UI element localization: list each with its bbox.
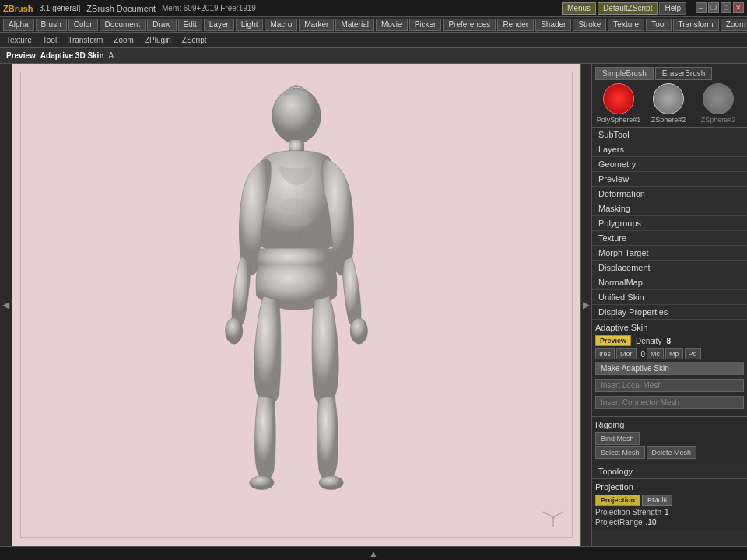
menu-tool[interactable]: Tool <box>646 19 671 31</box>
default-zscript-btn[interactable]: DefaultZScript <box>598 2 658 15</box>
unified-skin-section[interactable]: Unified Skin <box>592 290 747 305</box>
zsphere2-brush[interactable]: ZSphere#2 <box>645 83 692 124</box>
topology-section[interactable]: Topology <box>592 464 747 479</box>
sub-adaptive-skin[interactable]: Adaptive 3D Skin <box>40 51 104 60</box>
brush-panel: SimpleBrush EraserBrush PolySphere#1 ZSp… <box>592 64 747 128</box>
menu-zoom[interactable]: Zoom <box>721 19 747 31</box>
projection-panel: Projection Projection PMulti Projection … <box>592 479 747 530</box>
window-controls: Menus DefaultZScript Help ─ ❐ □ ✕ <box>562 2 744 15</box>
as-insert-connector-btn[interactable]: Insert Connector Mesh <box>595 396 744 409</box>
bottom-arrow-up[interactable]: ▲ <box>369 548 378 559</box>
as-make-btn[interactable]: Make Adaptive Skin <box>595 362 744 375</box>
menu-texture[interactable]: Texture <box>608 19 644 31</box>
menu-layer[interactable]: Layer <box>204 19 234 31</box>
minimize-btn[interactable]: ─ <box>696 2 707 13</box>
toolbar-texture[interactable]: Texture <box>3 36 35 44</box>
toolbar-zscript[interactable]: ZScript <box>179 36 210 44</box>
help-btn[interactable]: Help <box>659 2 686 15</box>
bind-mesh-btn[interactable]: Bind Mesh <box>595 432 640 445</box>
menu-draw[interactable]: Draw <box>147 19 176 31</box>
menu-document[interactable]: Document <box>100 19 146 31</box>
toolbar-zoom[interactable]: Zoom <box>110 36 137 44</box>
toolbar-zplugin[interactable]: ZPlugin <box>142 36 174 44</box>
right-panel-toggle[interactable]: ▶ <box>580 64 591 546</box>
as-preview-btn[interactable]: Preview <box>595 335 631 346</box>
preview-section[interactable]: Preview <box>592 172 747 187</box>
as-ires-btn[interactable]: Ires <box>595 348 615 359</box>
subtool-section[interactable]: SubTool <box>592 128 747 142</box>
svg-line-9 <box>543 512 553 517</box>
projection-btn[interactable]: Projection <box>595 495 640 506</box>
as-insert-local-btn[interactable]: Insert Local Mesh <box>595 379 744 392</box>
adaptive-skin-panel: Adaptive Skin Preview Density 8 Ires Mor… <box>592 320 747 417</box>
rig-bind-row: Bind Mesh <box>595 432 744 445</box>
menu-edit[interactable]: Edit <box>178 19 202 31</box>
as-density-label: Density <box>636 337 661 345</box>
menu-color[interactable]: Color <box>68 19 98 31</box>
zsphere2b-brush[interactable]: ZSphere#2 <box>695 83 742 124</box>
geometry-section[interactable]: Geometry <box>592 157 747 172</box>
masking-section[interactable]: Masking <box>592 201 747 216</box>
menu-material[interactable]: Material <box>335 19 374 31</box>
svg-point-4 <box>226 318 243 344</box>
rig-select-delete-row: Select Mesh Delete Mesh <box>595 446 744 459</box>
close-btn[interactable]: ✕ <box>733 2 744 13</box>
as-insert-local-row: Insert Local Mesh <box>595 379 744 394</box>
polygroups-section[interactable]: Polygroups <box>592 216 747 231</box>
rigging-label: Rigging <box>595 420 744 429</box>
main-layout: ◀ <box>0 64 747 546</box>
sub-a[interactable]: A <box>109 51 114 60</box>
menu-brush[interactable]: Brush <box>36 19 67 31</box>
maximize-btn[interactable]: □ <box>721 2 731 13</box>
polysphere-label: PolySphere#1 <box>595 116 642 124</box>
menu-shader[interactable]: Shader <box>535 19 571 31</box>
as-mor-btn[interactable]: Mor <box>616 348 637 359</box>
menu-stroke[interactable]: Stroke <box>573 19 606 31</box>
left-panel-toggle[interactable]: ◀ <box>0 64 12 546</box>
menu-marker[interactable]: Marker <box>299 19 334 31</box>
toolbar-tool[interactable]: Tool <box>40 36 60 44</box>
svg-point-11 <box>552 516 555 519</box>
projection-strength-row: Projection Strength 1 <box>595 508 744 516</box>
toolbar-transform[interactable]: Transform <box>65 36 106 44</box>
morph-target-section[interactable]: Morph Target <box>592 246 747 261</box>
as-mc-btn[interactable]: Mc <box>647 348 664 359</box>
simple-brush-tab[interactable]: SimpleBrush <box>595 67 654 80</box>
as-make-row: Make Adaptive Skin <box>595 362 744 376</box>
menu-light[interactable]: Light <box>236 19 264 31</box>
menu-macro[interactable]: Macro <box>265 19 297 31</box>
restore-btn[interactable]: ❐ <box>708 2 719 13</box>
menu-alpha[interactable]: Alpha <box>3 19 34 31</box>
projection-label: Projection <box>595 482 744 492</box>
coord-indicator <box>542 506 565 530</box>
menu-bar: Alpha Brush Color Document Draw Edit Lay… <box>0 17 747 33</box>
menus-btn[interactable]: Menus <box>562 2 596 15</box>
displacement-section[interactable]: Displacement <box>592 261 747 275</box>
polysphere-brush[interactable]: PolySphere#1 <box>595 83 642 124</box>
canvas-area[interactable] <box>12 64 580 546</box>
layers-section[interactable]: Layers <box>592 142 747 157</box>
delete-mesh-btn[interactable]: Delete Mesh <box>647 446 697 459</box>
pmulti-btn[interactable]: PMulti <box>642 495 672 506</box>
sub-preview[interactable]: Preview <box>6 51 36 60</box>
toolbar: Texture Tool Transform Zoom ZPlugin ZScr… <box>0 33 747 48</box>
zsphere2b-label: ZSphere#2 <box>695 116 742 124</box>
zsphere2b-icon <box>703 83 734 114</box>
display-properties-section[interactable]: Display Properties <box>592 305 747 320</box>
projection-btn-row: Projection PMulti <box>595 495 744 506</box>
eraser-brush-tab[interactable]: EraserBrush <box>655 67 713 80</box>
proj-strength-val: 1 <box>665 508 669 516</box>
normalmap-section[interactable]: NormalMap <box>592 275 747 290</box>
zsphere2-label: ZSphere#2 <box>645 116 692 124</box>
as-pd-btn[interactable]: Pd <box>685 348 701 359</box>
texture-section[interactable]: Texture <box>592 231 747 246</box>
deformation-section[interactable]: Deformation <box>592 187 747 201</box>
as-params-row: Ires Mor 0 Mc Mp Pd <box>595 348 744 359</box>
menu-preferences[interactable]: Preferences <box>443 19 496 31</box>
menu-render[interactable]: Render <box>497 19 534 31</box>
menu-movie[interactable]: Movie <box>376 19 408 31</box>
menu-picker[interactable]: Picker <box>409 19 442 31</box>
as-mp-btn[interactable]: Mp <box>665 348 683 359</box>
select-mesh-btn[interactable]: Select Mesh <box>595 446 645 459</box>
menu-transform[interactable]: Transform <box>673 19 719 31</box>
